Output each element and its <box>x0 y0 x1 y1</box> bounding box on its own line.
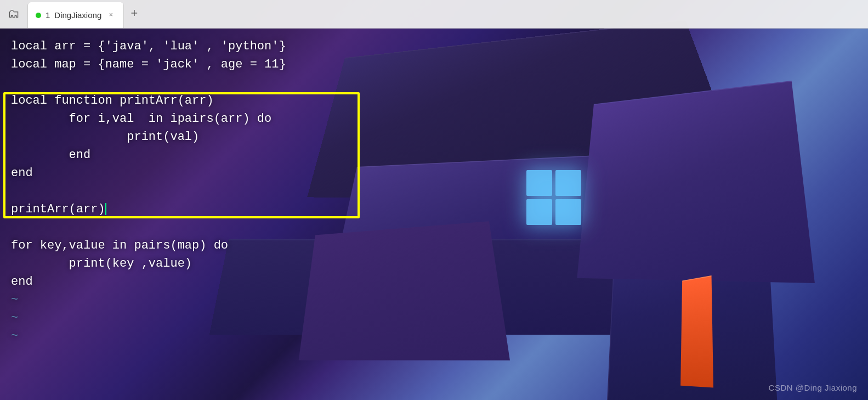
tab-number: 1 <box>46 10 50 20</box>
text-cursor <box>105 203 106 215</box>
bg-block-5 <box>577 81 815 283</box>
code-line-tilde-1: ~ <box>11 291 351 309</box>
code-line-2: local map = {name = 'jack' , age = 11} <box>11 55 351 74</box>
code-line-blank-2 <box>11 182 351 200</box>
code-line-blank-1 <box>11 74 351 92</box>
code-line-13: print(key ,value) <box>11 255 351 273</box>
code-line-5: for i,val in ipairs(arr) do <box>11 110 351 128</box>
code-line-7: end <box>11 146 351 164</box>
code-line-14: end <box>11 273 351 291</box>
code-line-4: local function printArr(arr) <box>11 92 351 110</box>
code-line-tilde-3: ~ <box>11 327 351 345</box>
code-line-12: for key,value in pairs(map) do <box>11 236 351 255</box>
code-line-1: local arr = {'java', 'lua' , 'python'} <box>11 37 351 55</box>
editor-area[interactable]: local arr = {'java', 'lua' , 'python'} l… <box>0 29 362 400</box>
bg-orange-bar <box>680 275 713 387</box>
code-line-10: printArr(arr) <box>11 200 351 218</box>
watermark: CSDN @Ding Jiaxiong <box>769 383 857 392</box>
tab-modified-dot <box>36 13 41 18</box>
tab-filename: DingJiaxiong <box>54 10 101 20</box>
editor-tab[interactable]: 1 DingJiaxiong × <box>27 2 124 28</box>
tab-close-button[interactable]: × <box>106 10 116 20</box>
titlebar-left: 🗂 <box>0 0 27 28</box>
new-tab-button[interactable]: + <box>124 0 144 28</box>
folder-icon[interactable]: 🗂 <box>5 8 22 21</box>
win-pane-4 <box>555 199 581 225</box>
titlebar: 🗂 1 DingJiaxiong × + <box>0 0 868 29</box>
windows-logo <box>526 170 592 236</box>
code-line-8: end <box>11 164 351 182</box>
win-pane-1 <box>526 170 552 196</box>
code-line-blank-3 <box>11 218 351 236</box>
code-line-6: print(val) <box>11 128 351 146</box>
win-pane-2 <box>555 170 581 196</box>
win-pane-3 <box>526 199 552 225</box>
code-line-tilde-2: ~ <box>11 309 351 327</box>
